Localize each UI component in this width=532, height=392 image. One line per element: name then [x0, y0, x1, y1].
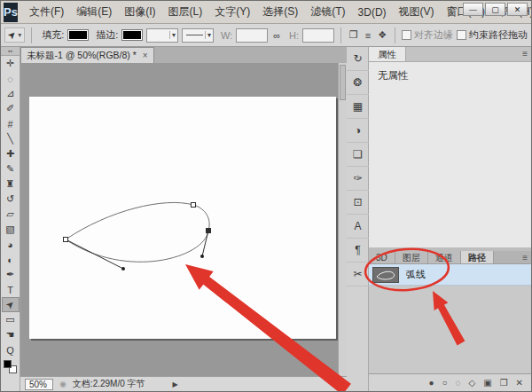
brush-panel-icon[interactable]: ✑ [347, 167, 369, 191]
menu-select[interactable]: 选择(S) [256, 4, 304, 20]
menu-file[interactable]: 文件(F) [23, 4, 70, 20]
history-brush-tool[interactable]: ↺ [2, 192, 20, 207]
canvas-region[interactable] [20, 63, 338, 376]
swatches-panel-icon[interactable]: ▦ [347, 95, 369, 119]
status-expand-arrow[interactable]: ▶ [173, 380, 178, 388]
eraser-tool[interactable]: ▱ [2, 207, 20, 222]
tab-layers[interactable]: 图层 [395, 251, 428, 263]
type-tool[interactable]: T [2, 282, 20, 297]
panel-menu-icon[interactable]: ≡ [522, 253, 528, 263]
pen-tool[interactable]: ✒ [2, 267, 20, 282]
crop-tool[interactable]: # [2, 116, 20, 131]
brush-icon: ✎ [6, 163, 14, 175]
marquee-tool[interactable]: ◌ [2, 71, 20, 86]
anchor-point[interactable] [207, 229, 211, 233]
height-input[interactable] [302, 28, 334, 43]
gradient-tool[interactable]: ▧ [2, 222, 20, 237]
dodge-tool[interactable]: ◐ [2, 252, 20, 267]
fill-color-swatch[interactable] [67, 29, 89, 41]
quick-selection-icon: ✐ [6, 103, 14, 114]
tab-3d[interactable]: 3D [369, 251, 395, 263]
scrollbar-thumb[interactable] [340, 65, 346, 100]
menu-type[interactable]: 文字(Y) [208, 4, 256, 20]
paragraph-panel-icon[interactable]: ¶ [347, 239, 369, 263]
fill-label: 填充: [42, 28, 64, 42]
path-thumbnail-shape [374, 269, 397, 281]
healing-brush-tool[interactable]: ✚ [2, 146, 20, 161]
width-input[interactable] [236, 28, 268, 43]
path-list-item[interactable]: 弧线 [369, 264, 531, 286]
path-as-selection-button[interactable]: ◌ [456, 378, 461, 388]
maximize-button[interactable]: ▢ [485, 3, 505, 16]
color-panel-icon[interactable]: ❂ [347, 71, 369, 95]
align-edges-option[interactable]: 对齐边缘 [402, 28, 453, 42]
stroke-path-button[interactable]: ○ [442, 378, 447, 388]
path-selection-tool[interactable]: ➤ [2, 297, 20, 312]
menu-view[interactable]: 视图(V) [393, 4, 441, 20]
anchor-point[interactable] [64, 238, 68, 242]
add-mask-button[interactable]: ▣ [483, 378, 491, 388]
lasso-tool[interactable]: ⊿ [2, 86, 20, 101]
quick-selection-tool[interactable]: ✐ [2, 101, 20, 116]
menu-layer[interactable]: 图层(L) [162, 4, 209, 20]
path-arrangement-icon[interactable]: ❖ [376, 29, 388, 41]
styles-panel-icon[interactable]: ❏ [347, 143, 369, 167]
rectangle-icon: ▭ [5, 314, 14, 325]
history-panel-icon[interactable]: ↻ [347, 47, 369, 71]
tab-properties[interactable]: 属性 [369, 47, 406, 61]
stroke-width-select[interactable]: ▾ [146, 28, 178, 43]
anchor-point[interactable] [192, 203, 196, 208]
path-operations-icon[interactable]: ❒ [348, 29, 360, 41]
constrain-path-option[interactable]: 约束路径拖动 [457, 28, 528, 42]
link-dimensions-icon[interactable]: ∞ [271, 30, 282, 41]
adjustments-panel-icon[interactable]: ◑ [347, 119, 369, 143]
tab-paths[interactable]: 路径 [461, 251, 494, 263]
menu-3d[interactable]: 3D(D) [352, 6, 393, 19]
eyedropper-tool[interactable]: ╲ [2, 131, 20, 146]
tool-presets-panel-icon[interactable]: ✂ [347, 263, 369, 286]
foreground-color-swatch[interactable] [4, 360, 12, 368]
pen-icon: ✒ [6, 269, 14, 280]
foreground-background-swatches[interactable] [4, 360, 17, 373]
align-edges-checkbox[interactable] [402, 30, 411, 40]
brush-tool[interactable]: ✎ [2, 161, 20, 176]
photoshop-window: Ps 文件(F) 编辑(E) 图像(I) 图层(L) 文字(Y) 选择(S) 滤… [0, 0, 532, 392]
tab-channels[interactable]: 通道 [428, 251, 461, 263]
stroke-type-select[interactable]: ▾ [182, 28, 214, 43]
toolbox-collapse-grip[interactable]: ▪▪ [1, 47, 20, 56]
zoom-tool[interactable]: Q [2, 342, 20, 357]
tool-preset-picker[interactable]: ➤ ▾ [4, 27, 25, 43]
paths-group-tab-bar: 3D 图层 通道 路径 ≡ [369, 251, 531, 264]
path-alignment-icon[interactable]: ≡ [364, 30, 372, 41]
teardrop-path-shape[interactable] [20, 63, 338, 376]
path-name-label[interactable]: 弧线 [406, 268, 426, 281]
menu-filter[interactable]: 滤镜(T) [304, 4, 351, 20]
move-tool[interactable]: ✛ [2, 56, 20, 71]
path-selection-tool-icon: ➤ [5, 28, 20, 43]
clone-stamp-tool[interactable]: ♜ [2, 176, 20, 192]
zoom-level-input[interactable]: 50% [25, 379, 53, 390]
panel-menu-icon[interactable]: ≡ [522, 49, 528, 59]
vertical-scrollbar[interactable] [338, 63, 347, 376]
delete-path-button[interactable]: ✕ [516, 378, 523, 388]
close-button[interactable]: ✕ [507, 3, 528, 16]
stroke-color-swatch[interactable] [121, 29, 143, 41]
document-tab[interactable]: 未标题-1 @ 50%(RGB/8) * × [20, 47, 154, 63]
hand-tool[interactable]: ☚ [2, 327, 20, 342]
character-panel-icon[interactable]: A [347, 215, 369, 239]
constrain-path-checkbox[interactable] [457, 30, 466, 40]
tab-close-icon[interactable]: × [143, 51, 148, 60]
menu-edit[interactable]: 编辑(E) [70, 4, 118, 20]
ps-logo: Ps [4, 3, 18, 22]
new-path-button[interactable]: ❐ [500, 378, 508, 388]
menu-image[interactable]: 图像(I) [118, 4, 161, 20]
selection-from-path-button[interactable]: ◇ [468, 378, 475, 388]
path-thumbnail[interactable] [372, 267, 399, 283]
fill-path-button[interactable]: ● [428, 378, 434, 388]
minimize-button[interactable]: — [463, 3, 483, 16]
clone-source-panel-icon[interactable]: ⊡ [347, 191, 369, 215]
handle-point[interactable] [121, 267, 125, 270]
blur-tool[interactable]: ◕ [2, 237, 20, 252]
handle-point[interactable] [200, 255, 204, 258]
rectangle-tool[interactable]: ▭ [2, 312, 20, 327]
